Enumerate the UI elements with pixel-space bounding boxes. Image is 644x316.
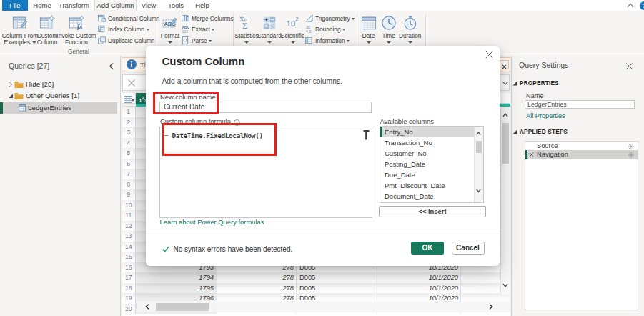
scroll-down-icon[interactable] (502, 283, 508, 287)
properties-section-header[interactable]: PROPERTIES (520, 80, 559, 87)
cell-customer-no[interactable]: D005 (297, 272, 377, 283)
scroll-right-icon[interactable] (489, 304, 493, 310)
list-item-entry-no[interactable]: Entry_No (380, 127, 483, 137)
queries-pane: Queries [27] Hide [26] Other Queries [1] (0, 56, 121, 316)
gear-icon[interactable] (628, 144, 634, 149)
help-icon[interactable]: ? (640, 1, 644, 10)
button-label: Date (362, 33, 375, 39)
vertical-scrollbar[interactable] (500, 107, 510, 295)
close-query-settings-icon[interactable] (625, 62, 633, 70)
cell-empty[interactable] (461, 272, 500, 283)
trigonometry-button[interactable]: Trigonometry (305, 14, 355, 23)
cell-posting-date[interactable]: 10/1/2020 (377, 272, 461, 283)
available-columns-list[interactable]: Entry_No Transaction_No Customer_No Post… (380, 126, 484, 203)
vertical-scrollbar-thumb[interactable] (502, 123, 509, 164)
parse-button[interactable]: Parse (182, 36, 212, 45)
gear-icon[interactable] (628, 152, 634, 158)
tab-home[interactable]: Home (33, 0, 51, 11)
row-number: 7 (122, 169, 137, 179)
banner-close-button[interactable] (500, 60, 509, 69)
merge-columns-button[interactable]: Merge Columns (182, 14, 234, 23)
index-column-button[interactable]: 1 Index Column (98, 25, 149, 34)
tab-transform[interactable]: Transform (59, 0, 87, 11)
cancel-button[interactable]: Cancel (452, 242, 485, 255)
custom-column-dialog: Custom Column Add a column that is compu… (146, 46, 500, 266)
learn-formulas-link[interactable]: Learn about Power Query formulas (160, 218, 264, 226)
row-number: 5 (122, 148, 137, 159)
duplicate-column-icon (98, 36, 106, 44)
tab-add-column[interactable]: Add Column (94, 0, 137, 11)
tree-item-hide-folder[interactable]: Hide [26] (0, 79, 117, 91)
dialog-subtitle: Add a column that is computed from the o… (162, 77, 342, 85)
duplicate-column-button[interactable]: Duplicate Column (98, 36, 154, 45)
list-scrollbar-thumb[interactable] (476, 141, 482, 153)
list-item-pmt-discount-date[interactable]: Pmt_Discount_Date (380, 180, 483, 191)
cell-empty[interactable] (461, 283, 500, 294)
list-item-customer-no[interactable]: Customer_No (380, 148, 483, 159)
formula-cancel-icon[interactable] (127, 79, 136, 87)
extract-icon: ABC 123 (182, 25, 189, 33)
list-item-posting-date[interactable]: Posting_Date (380, 159, 483, 169)
expanded-caret-icon[interactable] (8, 93, 14, 99)
cell-entry-no[interactable]: 1795 (136, 283, 217, 294)
extract-button[interactable]: ABC 123 Extract (182, 25, 214, 34)
list-item-document-type[interactable]: Document_Type (380, 202, 483, 203)
list-scrollbar[interactable] (474, 127, 483, 202)
query-table-icon (19, 104, 26, 112)
grid-row-17[interactable]: 171794278D00510/1/2020 (122, 272, 510, 283)
grid-row-18[interactable]: 181795278D00510/1/2020 (122, 283, 510, 294)
collapse-queries-pane-icon[interactable] (109, 63, 114, 69)
information-button[interactable]: Information (305, 36, 350, 45)
row-number: 9 (122, 189, 137, 200)
tree-item-other-queries-folder[interactable]: Other Queries [1] (0, 90, 117, 102)
query-name-input[interactable]: LedgerEntries (525, 100, 635, 109)
scroll-up-icon[interactable] (502, 113, 508, 117)
text-cursor-icon (363, 130, 370, 141)
step-source[interactable]: Source (525, 142, 638, 150)
list-item-transaction-no[interactable]: Transaction_No (380, 137, 483, 148)
conditional-column-button[interactable]: ? Conditional Column (98, 14, 159, 23)
conditional-column-icon: ? (98, 14, 106, 22)
cell-posting-date[interactable]: 10/1/2020 (377, 283, 461, 294)
expanded-section-icon (512, 81, 517, 86)
collapsed-caret-icon[interactable] (8, 82, 14, 87)
dialog-close-icon[interactable] (484, 49, 495, 60)
tab-view[interactable]: View (140, 0, 157, 11)
folder-icon (14, 92, 24, 100)
cell-customer-no[interactable]: D005 (297, 283, 377, 294)
tree-item-ledgerentries-query[interactable]: LedgerEntries (0, 102, 117, 114)
cell-entry-no[interactable]: 1794 (136, 272, 217, 283)
tree-item-label: Hide [26] (26, 79, 54, 91)
ok-button[interactable]: OK (411, 242, 444, 255)
all-properties-link[interactable]: All Properties (526, 112, 565, 119)
tab-tools[interactable]: Tools (167, 0, 185, 11)
format-icon: ABC (162, 15, 178, 31)
scroll-up-icon[interactable] (476, 132, 481, 136)
list-item-due-date[interactable]: Due_Date (380, 169, 483, 180)
applied-steps-section-header[interactable]: APPLIED STEPS (520, 129, 568, 135)
index-column-icon: 1 (98, 25, 106, 33)
select-all-cell[interactable] (122, 93, 137, 104)
tab-help[interactable]: Help (193, 0, 212, 11)
insert-button[interactable]: << Insert (379, 206, 486, 217)
button-label: Invoke CustomFunction (56, 33, 96, 46)
power-query-editor-window: File Home Transform Add Column View Tool… (0, 0, 644, 316)
row-number: 11 (122, 210, 137, 221)
rounding-button[interactable]: .00 .0 Rounding (305, 25, 345, 34)
cell-transaction-no[interactable]: 278 (217, 283, 297, 294)
collapse-ribbon-icon[interactable] (627, 2, 634, 9)
cell-transaction-no[interactable]: 278 (217, 272, 297, 283)
list-item-document-date[interactable]: Document_Date (380, 191, 483, 202)
folder-icon (14, 81, 24, 89)
scroll-left-icon[interactable] (145, 304, 149, 310)
svg-text:?: ? (103, 17, 105, 21)
scroll-down-icon[interactable] (476, 189, 481, 193)
step-navigation[interactable]: Navigation (525, 150, 638, 159)
horizontal-scrollbar[interactable] (137, 301, 510, 312)
tab-file[interactable]: File (2, 0, 28, 11)
row-number: 6 (122, 159, 137, 169)
duration-icon (402, 15, 418, 31)
horizontal-scrollbar-thumb[interactable] (156, 303, 209, 311)
formula-bar-expand-button[interactable] (500, 74, 510, 91)
delete-step-icon[interactable] (529, 152, 534, 157)
